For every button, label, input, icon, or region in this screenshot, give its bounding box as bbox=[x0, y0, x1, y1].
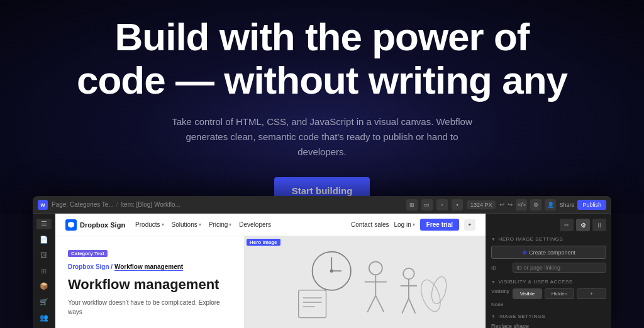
hero-image-section: Hero Image Settings Create component ID bbox=[491, 236, 606, 273]
undo-button[interactable]: ↩ bbox=[499, 201, 504, 208]
image-settings-title: Image settings bbox=[491, 314, 606, 319]
hero-subtitle: Take control of HTML, CSS, and JavaScrip… bbox=[171, 114, 473, 160]
dropbox-icon-shape bbox=[68, 222, 74, 228]
id-label: ID bbox=[491, 265, 510, 271]
page-breadcrumb: Page: Categories Te... bbox=[52, 201, 114, 208]
webflow-logo: w bbox=[38, 200, 48, 210]
add-condition-button[interactable]: + bbox=[577, 288, 606, 299]
site-content-left: Category Text Dropbox Sign / Workflow ma… bbox=[55, 236, 244, 328]
none-label: None bbox=[491, 302, 510, 307]
site-content-right: Hero Image bbox=[244, 236, 486, 328]
svg-line-8 bbox=[376, 296, 384, 312]
contact-sales-link[interactable]: Contact sales bbox=[351, 221, 389, 228]
svg-rect-16 bbox=[299, 290, 326, 318]
site-heading: Workflow management bbox=[68, 276, 231, 293]
edit-icon[interactable]: ✏ bbox=[560, 219, 574, 231]
viewport-icon-1[interactable]: ⊞ bbox=[406, 199, 418, 210]
breadcrumb-area: Page: Categories Te... / Item: [Blog] Wo… bbox=[52, 201, 402, 208]
item-breadcrumb: Item: [Blog] Workflo... bbox=[121, 201, 180, 208]
left-sidebar: ☰ 📄 🖼 ⊞ 📦 🛒 👥 bbox=[33, 214, 55, 328]
create-component-button[interactable]: Create component bbox=[491, 246, 606, 259]
site-nav-right: Contact sales Log in ▾ Free trial + bbox=[351, 219, 475, 231]
pause-icon[interactable]: ⏸ bbox=[592, 219, 606, 231]
sidebar-pages-icon[interactable]: 📄 bbox=[36, 234, 52, 245]
right-panel: ✏ ⚙ ⏸ Hero Image Settings Create compone… bbox=[486, 214, 611, 328]
nav-products[interactable]: Products ▾ bbox=[135, 221, 164, 228]
hero-title: Build with the power of code — without w… bbox=[77, 16, 567, 101]
redo-button[interactable]: ↪ bbox=[508, 201, 513, 208]
visibility-label: Visibility bbox=[491, 288, 510, 299]
nav-solutions[interactable]: Solutions ▾ bbox=[172, 221, 201, 228]
image-settings-section: Image settings Replace shape bbox=[491, 314, 606, 328]
browser-toolbar: w Page: Categories Te... / Item: [Blog] … bbox=[33, 196, 611, 214]
nav-extra-icon[interactable]: + bbox=[464, 219, 475, 231]
hero-image-section-title: Hero Image Settings bbox=[491, 236, 606, 242]
publish-button[interactable]: Publish bbox=[577, 200, 606, 210]
person-icon[interactable]: 👤 bbox=[545, 199, 556, 210]
settings-icon[interactable]: ⚙ bbox=[530, 199, 541, 210]
id-row: ID bbox=[491, 263, 606, 273]
main-canvas: Dropbox Sign Products ▾ Solutions ▾ Pric… bbox=[55, 214, 486, 328]
sidebar-assets-icon[interactable]: 🖼 bbox=[36, 250, 52, 261]
category-element-label: Category Text bbox=[68, 250, 108, 257]
site-nav-items: Products ▾ Solutions ▾ Pricing ▾ Develop… bbox=[135, 221, 341, 228]
replace-shape-row: Replace shape bbox=[491, 323, 606, 328]
code-icon[interactable]: </> bbox=[516, 199, 527, 210]
visible-button[interactable]: Visible bbox=[513, 288, 542, 299]
toolbar-right: ↩ ↪ </> ⚙ 👤 Share Publish bbox=[499, 199, 606, 210]
svg-point-4 bbox=[369, 262, 382, 275]
sidebar-users-icon[interactable]: 👥 bbox=[36, 312, 52, 323]
sidebar-ecom-icon[interactable]: 🛒 bbox=[36, 297, 52, 307]
nav-pricing[interactable]: Pricing ▾ bbox=[209, 221, 232, 228]
brand-name: Dropbox Sign bbox=[80, 221, 125, 229]
id-input[interactable] bbox=[513, 263, 606, 273]
hero-section: Build with the power of code — without w… bbox=[0, 0, 644, 214]
visibility-section-title: Visibility & user access bbox=[491, 279, 606, 285]
viewport-icon-3[interactable]: ▫ bbox=[436, 199, 448, 210]
visibility-section: Visibility & user access Visibility Visi… bbox=[491, 279, 606, 307]
svg-point-14 bbox=[418, 278, 445, 314]
viewport-icon-4[interactable]: ▪ bbox=[452, 199, 463, 210]
share-button[interactable]: Share bbox=[559, 202, 574, 208]
sidebar-components-icon[interactable]: ⊞ bbox=[36, 266, 52, 276]
login-button[interactable]: Log in ▾ bbox=[394, 221, 415, 228]
none-row: None bbox=[491, 302, 606, 307]
hidden-button[interactable]: Hidden bbox=[545, 288, 574, 299]
sidebar-navigator-icon[interactable]: ☰ bbox=[36, 219, 52, 229]
browser-window: w Page: Categories Te... / Item: [Blog] … bbox=[33, 196, 611, 328]
site-content: Category Text Dropbox Sign / Workflow ma… bbox=[55, 236, 486, 328]
site-breadcrumb: Dropbox Sign / Workflow management bbox=[68, 263, 231, 270]
site-preview: Dropbox Sign Products ▾ Solutions ▾ Pric… bbox=[55, 214, 486, 328]
nav-developers[interactable]: Developers bbox=[239, 221, 271, 228]
sidebar-cms-icon[interactable]: 📦 bbox=[36, 281, 52, 292]
visibility-row: Visibility Visible Hidden + bbox=[491, 288, 606, 299]
viewport-icon-2[interactable]: ▭ bbox=[421, 199, 433, 210]
svg-line-13 bbox=[409, 298, 416, 314]
svg-line-12 bbox=[402, 298, 409, 314]
svg-point-3 bbox=[330, 270, 333, 273]
svg-point-15 bbox=[429, 275, 449, 305]
free-trial-button[interactable]: Free trial bbox=[420, 219, 459, 231]
site-navbar: Dropbox Sign Products ▾ Solutions ▾ Pric… bbox=[55, 214, 486, 236]
dropbox-logo: Dropbox Sign bbox=[65, 219, 125, 231]
dropbox-icon bbox=[65, 219, 77, 231]
replace-shape-label: Replace shape bbox=[491, 323, 529, 328]
editor-layout: ☰ 📄 🖼 ⊞ 📦 🛒 👥 Dropbox Sign bbox=[33, 214, 611, 328]
px-display: 1324 PX bbox=[467, 200, 496, 209]
site-body-text: Your workflow doesn't have to be complic… bbox=[68, 298, 231, 317]
toolbar-icons: ⊞ ▭ ▫ ▪ 1324 PX bbox=[406, 199, 496, 210]
settings-panel-icon[interactable]: ⚙ bbox=[576, 219, 590, 231]
svg-line-7 bbox=[367, 296, 375, 312]
svg-point-9 bbox=[403, 268, 414, 280]
